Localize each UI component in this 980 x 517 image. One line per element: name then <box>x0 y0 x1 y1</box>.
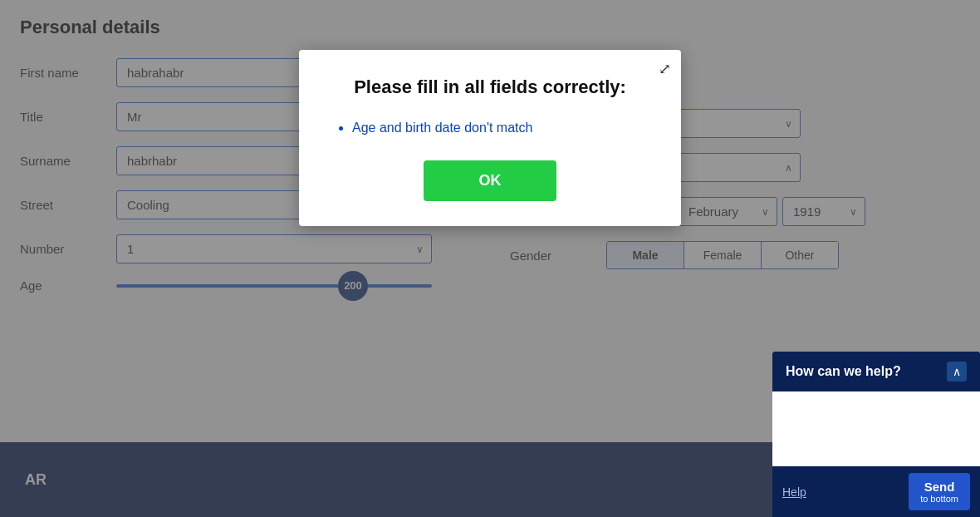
chat-toggle-button[interactable]: ∧ <box>947 362 967 382</box>
chat-send-sublabel: to bottom <box>920 494 958 504</box>
modal-expand-icon[interactable]: ⤢ <box>659 60 671 78</box>
chat-footer: Help Send to bottom <box>772 466 980 517</box>
page-content: Personal details First name Title Surnam… <box>0 0 980 517</box>
modal-error-item: Age and birth date don't match <box>352 121 648 135</box>
modal-title: Please fill in all fields correctly: <box>332 75 648 101</box>
chat-header: How can we help? ∧ <box>772 352 980 391</box>
chat-header-title: How can we help? <box>786 364 901 379</box>
chat-help-link[interactable]: Help <box>782 485 806 499</box>
chat-send-label: Send <box>920 480 958 494</box>
chat-widget: How can we help? ∧ Help Send to bottom <box>772 352 980 517</box>
modal-error-list: Age and birth date don't match <box>332 121 648 135</box>
chat-textarea[interactable] <box>779 398 973 456</box>
chat-toggle-icon: ∧ <box>953 365 961 378</box>
chat-send-button[interactable]: Send to bottom <box>909 473 970 510</box>
chat-body <box>772 391 980 466</box>
modal-ok-button[interactable]: OK <box>424 160 556 201</box>
modal-dialog: ⤢ Please fill in all fields correctly: A… <box>299 50 681 226</box>
